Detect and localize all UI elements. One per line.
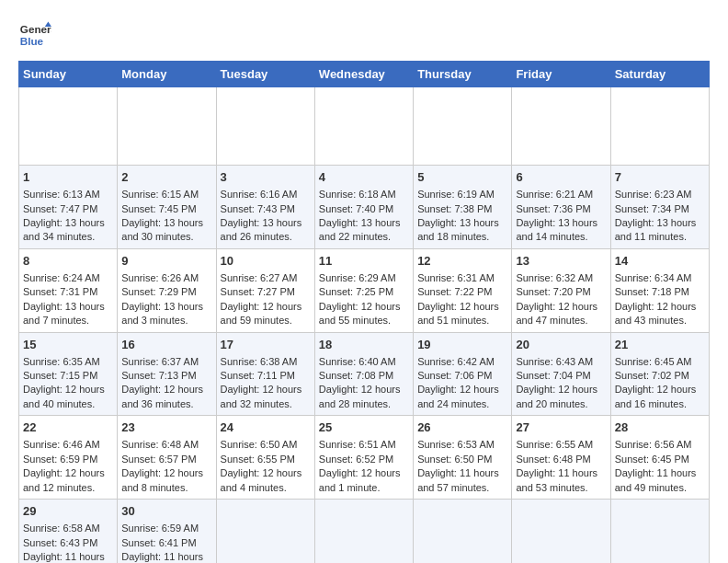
calendar-week-row: 29Sunrise: 6:58 AMSunset: 6:43 PMDayligh… [19,500,710,564]
daylight-text: Daylight: 12 hours and 12 minutes. [23,467,105,492]
day-number: 7 [615,169,705,186]
sunrise-text: Sunrise: 6:21 AM [516,189,593,200]
day-number: 20 [516,337,606,353]
calendar-cell [414,87,512,166]
sunset-text: Sunset: 7:40 PM [319,203,393,214]
sunset-text: Sunset: 7:02 PM [615,370,689,381]
day-number: 11 [319,253,409,270]
sunrise-text: Sunrise: 6:31 AM [417,272,495,283]
sunset-text: Sunset: 7:15 PM [23,370,97,381]
daylight-text: Daylight: 11 hours and 53 minutes. [516,467,597,492]
calendar-cell [216,500,314,564]
day-number: 23 [121,419,211,436]
calendar-cell: 25Sunrise: 6:51 AMSunset: 6:52 PMDayligh… [314,416,413,500]
sunrise-text: Sunrise: 6:16 AM [221,189,298,200]
calendar-cell: 4Sunrise: 6:18 AMSunset: 7:40 PMDaylight… [314,166,413,249]
calendar-cell [216,87,314,166]
calendar-cell [414,500,512,564]
calendar-cell: 11Sunrise: 6:29 AMSunset: 7:25 PMDayligh… [314,248,413,332]
header-tuesday: Tuesday [216,62,314,87]
calendar-cell: 13Sunrise: 6:32 AMSunset: 7:20 PMDayligh… [512,248,610,332]
daylight-text: Daylight: 13 hours and 11 minutes. [615,217,697,242]
day-number: 3 [221,169,311,186]
sunrise-text: Sunrise: 6:58 AM [23,523,100,534]
day-number: 17 [221,337,311,353]
calendar-cell: 24Sunrise: 6:50 AMSunset: 6:55 PMDayligh… [216,416,314,500]
daylight-text: Daylight: 12 hours and 47 minutes. [516,301,597,326]
sunset-text: Sunset: 6:41 PM [121,537,196,548]
calendar-cell: 22Sunrise: 6:46 AMSunset: 6:59 PMDayligh… [19,416,118,500]
day-number: 16 [121,337,211,353]
sunrise-text: Sunrise: 6:53 AM [417,439,495,450]
daylight-text: Daylight: 12 hours and 36 minutes. [121,384,203,408]
page-header: General Blue [18,18,710,52]
daylight-text: Daylight: 12 hours and 40 minutes. [23,384,105,408]
day-number: 2 [121,169,211,186]
sunrise-text: Sunrise: 6:37 AM [121,356,199,367]
calendar-cell [118,87,216,166]
daylight-text: Daylight: 13 hours and 18 minutes. [417,217,499,242]
calendar-cell: 15Sunrise: 6:35 AMSunset: 7:15 PMDayligh… [19,332,118,416]
calendar-cell [19,87,118,166]
day-number: 19 [417,337,507,353]
daylight-text: Daylight: 13 hours and 26 minutes. [221,217,302,242]
daylight-text: Daylight: 12 hours and 55 minutes. [319,301,401,326]
header-wednesday: Wednesday [314,62,413,87]
sunset-text: Sunset: 7:34 PM [615,203,689,214]
daylight-text: Daylight: 12 hours and 16 minutes. [615,384,697,408]
daylight-text: Daylight: 13 hours and 3 minutes. [121,301,203,326]
sunset-text: Sunset: 7:31 PM [23,286,97,297]
calendar-cell: 27Sunrise: 6:55 AMSunset: 6:48 PMDayligh… [512,416,610,500]
daylight-text: Daylight: 13 hours and 7 minutes. [23,301,105,326]
day-number: 28 [615,419,705,436]
day-number: 6 [516,169,606,186]
calendar-cell: 1Sunrise: 6:13 AMSunset: 7:47 PMDaylight… [19,166,118,249]
daylight-text: Daylight: 12 hours and 4 minutes. [221,467,302,492]
sunrise-text: Sunrise: 6:32 AM [516,272,593,283]
header-monday: Monday [118,62,216,87]
sunset-text: Sunset: 7:45 PM [121,203,196,214]
sunset-text: Sunset: 6:57 PM [121,454,196,465]
calendar-cell [314,500,413,564]
calendar-cell: 19Sunrise: 6:42 AMSunset: 7:06 PMDayligh… [414,332,512,416]
daylight-text: Daylight: 13 hours and 34 minutes. [23,217,105,242]
svg-text:Blue: Blue [20,35,44,47]
sunset-text: Sunset: 7:47 PM [23,203,97,214]
sunrise-text: Sunrise: 6:56 AM [615,439,692,450]
calendar-cell: 20Sunrise: 6:43 AMSunset: 7:04 PMDayligh… [512,332,610,416]
sunset-text: Sunset: 6:50 PM [417,454,492,465]
calendar-cell: 6Sunrise: 6:21 AMSunset: 7:36 PMDaylight… [512,166,610,249]
sunrise-text: Sunrise: 6:43 AM [516,356,593,367]
sunrise-text: Sunrise: 6:26 AM [121,272,199,283]
daylight-text: Daylight: 12 hours and 20 minutes. [516,384,597,408]
sunrise-text: Sunrise: 6:40 AM [319,356,396,367]
sunrise-text: Sunrise: 6:45 AM [615,356,692,367]
sunrise-text: Sunrise: 6:46 AM [23,439,100,450]
calendar-cell: 2Sunrise: 6:15 AMSunset: 7:45 PMDaylight… [118,166,216,249]
calendar-cell: 29Sunrise: 6:58 AMSunset: 6:43 PMDayligh… [19,500,118,564]
calendar-week-row: 15Sunrise: 6:35 AMSunset: 7:15 PMDayligh… [19,332,710,416]
sunset-text: Sunset: 7:04 PM [516,370,590,381]
sunset-text: Sunset: 7:43 PM [221,203,295,214]
daylight-text: Daylight: 12 hours and 1 minute. [319,467,401,492]
daylight-text: Daylight: 12 hours and 28 minutes. [319,384,401,408]
sunrise-text: Sunrise: 6:55 AM [516,439,593,450]
daylight-text: Daylight: 12 hours and 32 minutes. [221,384,302,408]
calendar-cell: 8Sunrise: 6:24 AMSunset: 7:31 PMDaylight… [19,248,118,332]
day-number: 22 [23,419,113,436]
calendar-cell: 18Sunrise: 6:40 AMSunset: 7:08 PMDayligh… [314,332,413,416]
sunset-text: Sunset: 6:52 PM [319,454,393,465]
calendar-week-row: 22Sunrise: 6:46 AMSunset: 6:59 PMDayligh… [19,416,710,500]
daylight-text: Daylight: 13 hours and 14 minutes. [516,217,597,242]
sunset-text: Sunset: 7:27 PM [221,286,295,297]
sunrise-text: Sunrise: 6:27 AM [221,272,298,283]
header-sunday: Sunday [19,62,118,87]
sunrise-text: Sunrise: 6:38 AM [221,356,298,367]
day-number: 30 [121,503,211,520]
sunrise-text: Sunrise: 6:18 AM [319,189,396,200]
daylight-text: Daylight: 11 hours and 41 minutes. [121,551,203,563]
sunset-text: Sunset: 7:20 PM [516,286,590,297]
calendar-cell [512,500,610,564]
sunset-text: Sunset: 7:38 PM [417,203,492,214]
calendar-cell [610,500,709,564]
